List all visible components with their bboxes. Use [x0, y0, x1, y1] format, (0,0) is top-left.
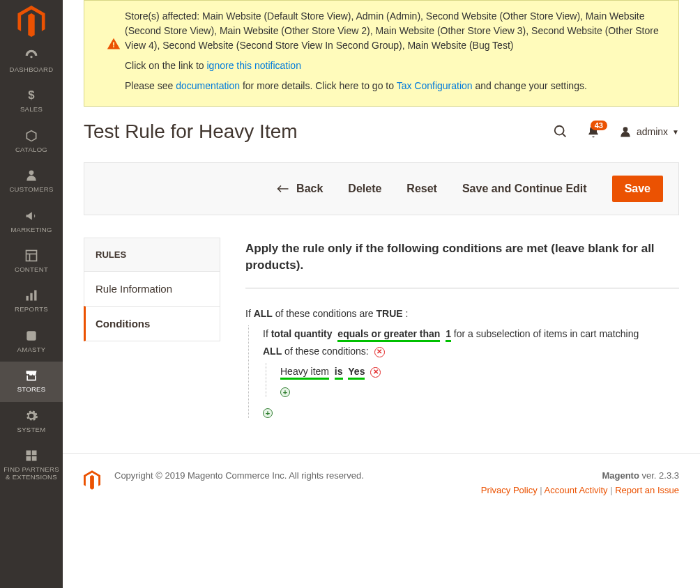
add-condition-icon[interactable]: +: [263, 408, 273, 418]
nav-marketing[interactable]: MARKETING: [0, 202, 63, 242]
ignore-notification-link[interactable]: ignore this notification: [207, 60, 301, 71]
attribute-heavy-item[interactable]: Heavy item: [280, 366, 329, 380]
notification-stores: Store(s) affected: Main Website (Default…: [125, 9, 667, 53]
svg-text:$: $: [28, 88, 35, 102]
account-activity-link[interactable]: Account Activity: [545, 485, 608, 495]
dashboard-icon: [24, 49, 38, 63]
notifications-button[interactable]: 43: [586, 125, 600, 139]
copyright-text: Copyright © 2019 Magento Commerce Inc. A…: [114, 470, 467, 481]
tabs-header: RULES: [84, 238, 220, 272]
svg-point-16: [623, 127, 628, 132]
attribute-total-quantity[interactable]: total quantity: [271, 328, 333, 339]
nav-sales[interactable]: $SALES: [0, 82, 63, 121]
user-icon: [618, 125, 632, 139]
value-1[interactable]: 1: [446, 328, 451, 342]
condition-heavy-item: Heavy item is Yes ✕: [280, 363, 679, 380]
svg-rect-3: [26, 250, 37, 261]
chart-icon: [24, 288, 38, 302]
dollar-icon: $: [24, 88, 38, 102]
magento-logo-footer: [84, 470, 100, 492]
nav-find-partners-extensions[interactable]: FIND PARTNERS & EXTENSIONS: [0, 442, 63, 490]
main-content: Store(s) affected: Main Website (Default…: [63, 0, 700, 588]
save-button[interactable]: Save: [612, 176, 663, 202]
tax-configuration-link[interactable]: Tax Configuration: [397, 80, 473, 91]
box-icon: [24, 129, 38, 143]
conditions-panel: Apply the rule only if the following con…: [245, 238, 679, 418]
svg-rect-11: [32, 450, 37, 455]
magento-logo[interactable]: [0, 0, 63, 42]
operator-is[interactable]: is: [335, 366, 343, 380]
svg-rect-12: [26, 456, 31, 461]
svg-rect-10: [26, 450, 31, 455]
nav-dashboard[interactable]: DASHBOARD: [0, 42, 63, 82]
person-icon: [24, 169, 38, 183]
condition-root: If ALL of these conditions are TRUE :: [245, 305, 679, 323]
delete-button[interactable]: Delete: [348, 183, 381, 195]
reset-button[interactable]: Reset: [406, 183, 437, 195]
user-dropdown[interactable]: adminx ▼: [618, 125, 679, 139]
admin-sidebar: DASHBOARD$SALESCATALOGCUSTOMERSMARKETING…: [0, 0, 63, 588]
save-continue-button[interactable]: Save and Continue Edit: [462, 183, 587, 195]
add-condition-icon[interactable]: +: [280, 387, 290, 397]
nav-stores[interactable]: STORES: [0, 362, 63, 401]
aggregator-value-true[interactable]: TRUE: [376, 308, 403, 319]
remove-condition-icon[interactable]: ✕: [370, 367, 381, 378]
nav-system[interactable]: SYSTEM: [0, 402, 63, 442]
chevron-down-icon: ▼: [672, 128, 679, 136]
documentation-link[interactable]: documentation: [176, 80, 240, 91]
nav-content[interactable]: CONTENT: [0, 242, 63, 281]
operator-equals-or-greater[interactable]: equals or greater than: [337, 328, 440, 342]
svg-rect-7: [30, 293, 32, 301]
nav-reports[interactable]: REPORTS: [0, 281, 63, 321]
aggregator-all[interactable]: ALL: [254, 308, 273, 319]
svg-rect-6: [26, 296, 29, 301]
conditions-heading: Apply the rule only if the following con…: [245, 240, 679, 274]
svg-point-0: [30, 56, 32, 58]
svg-rect-9: [26, 331, 36, 340]
report-issue-link[interactable]: Report an Issue: [615, 485, 679, 495]
tab-conditions[interactable]: Conditions: [84, 306, 220, 341]
sub-aggregator-all[interactable]: ALL: [263, 346, 282, 357]
page-title: Test Rule for Heavy Item: [84, 121, 553, 143]
notification-badge: 43: [591, 121, 607, 130]
nav-customers[interactable]: CUSTOMERS: [0, 162, 63, 201]
store-icon: [24, 369, 38, 382]
blocks-icon: [24, 449, 38, 463]
amasty-icon: [24, 329, 38, 343]
action-bar: Back Delete Reset Save and Continue Edit…: [84, 162, 679, 215]
back-button[interactable]: Back: [277, 183, 323, 195]
nav-catalog[interactable]: CATALOG: [0, 122, 63, 162]
svg-point-14: [555, 126, 564, 135]
arrow-left-icon: [277, 184, 289, 194]
svg-point-2: [29, 171, 34, 176]
value-yes[interactable]: Yes: [348, 366, 365, 380]
page-footer: Copyright © 2019 Magento Commerce Inc. A…: [63, 453, 700, 512]
remove-condition-icon[interactable]: ✕: [374, 347, 385, 357]
warning-icon: [107, 37, 121, 55]
system-notification: Store(s) affected: Main Website (Default…: [84, 0, 679, 107]
svg-rect-8: [34, 291, 36, 301]
megaphone-icon: [24, 209, 38, 223]
gear-icon: [24, 409, 38, 423]
side-tabs: RULES Rule Information Conditions: [84, 238, 220, 418]
condition-subselection: If total quantity equals or greater than…: [263, 325, 679, 360]
username: adminx: [637, 126, 668, 137]
svg-rect-13: [32, 456, 37, 461]
svg-line-15: [563, 134, 566, 137]
privacy-policy-link[interactable]: Privacy Policy: [481, 485, 538, 495]
nav-amasty[interactable]: AMASTY: [0, 322, 63, 362]
search-button[interactable]: [553, 124, 568, 139]
tab-rule-information[interactable]: Rule Information: [84, 271, 220, 307]
layout-icon: [24, 249, 38, 263]
